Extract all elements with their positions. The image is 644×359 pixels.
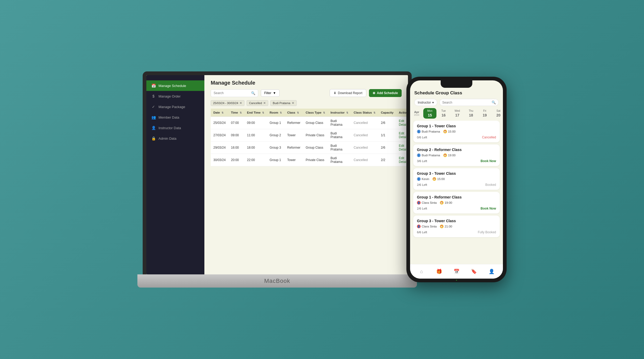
clock-icon: ⏰ xyxy=(440,225,444,228)
edit-button[interactable]: Edit xyxy=(399,132,404,135)
class-time: 21:00 xyxy=(445,225,452,228)
sidebar-item-label: Admin Data xyxy=(158,137,176,140)
nav-profile[interactable]: 👤 xyxy=(486,266,497,277)
date-item-18[interactable]: Thu18 xyxy=(464,108,478,119)
plus-icon: ⊕ xyxy=(373,91,375,95)
col-class: Class ⇅ xyxy=(285,109,303,117)
cell-end-time: 18:00 xyxy=(244,142,267,154)
clock-icon: ⏰ xyxy=(440,201,444,205)
instructor-name: Clara Sinta xyxy=(422,225,437,228)
cell-instructor: Budi Pratama xyxy=(328,142,351,154)
search-box[interactable]: 🔍 xyxy=(211,89,258,97)
download-icon: ⬇ xyxy=(334,91,336,95)
day-num: 16 xyxy=(441,113,446,117)
edit-button[interactable]: Edit xyxy=(399,144,404,148)
cell-end-time: 22:00 xyxy=(244,154,267,166)
sidebar-item-manage-schedule[interactable]: 📅 Manage Schedule xyxy=(146,80,204,91)
sidebar-item-label: Instructor Data xyxy=(158,126,181,130)
download-report-button[interactable]: ⬇ Download Report xyxy=(330,89,366,97)
filter-tag-status-label: Cancelled xyxy=(249,101,262,105)
calendar-icon: 📅 xyxy=(151,83,156,88)
phone-header: Schedule Group Class xyxy=(410,88,503,98)
instructor-name: Clara Sinta xyxy=(422,201,437,204)
date-item-19[interactable]: Fri19 xyxy=(478,108,491,119)
cell-room: Group 1 xyxy=(267,154,285,166)
sidebar-item-member-data[interactable]: 👥 Member Data xyxy=(146,112,204,123)
nav-schedule[interactable]: 📅 xyxy=(451,266,462,277)
cell-date: 29/03/24 xyxy=(211,142,228,154)
sidebar-item-label: Manage Order xyxy=(158,94,181,98)
time-meta: ⏰ 15:00 xyxy=(432,177,445,181)
month-text: Apr xyxy=(414,110,419,114)
sidebar-item-manage-package[interactable]: ✓ Manage Package xyxy=(146,101,204,112)
filter-tag-status-close[interactable]: ✕ xyxy=(263,101,266,105)
add-schedule-button[interactable]: ⊕ Add Schedule xyxy=(369,89,402,97)
day-num: 18 xyxy=(469,113,473,117)
instructor-name: Budi Pratama xyxy=(422,154,440,157)
month-label: Apr 2024 xyxy=(410,108,423,119)
cell-capacity: 2/6 xyxy=(378,142,396,154)
time-meta: ⏰ 21:00 xyxy=(440,225,452,228)
date-item-17[interactable]: Wed17 xyxy=(451,108,464,119)
laptop-base: MacBook xyxy=(137,274,417,288)
sidebar-item-instructor-data[interactable]: 👤 Instructor Data xyxy=(146,123,204,133)
instructor-btn-label: Instructor xyxy=(418,101,431,104)
cell-class-type: Group Class xyxy=(303,142,328,154)
phone-search-box[interactable]: 🔍 xyxy=(439,99,499,106)
card-footer: 2/6 Left Booked xyxy=(417,183,496,187)
class-card: Group 3 - Tower Class 👤 Clara Sinta ⏰ 21… xyxy=(413,216,500,237)
bottom-nav: ⌂ 🎁 📅 🔖 👤 xyxy=(410,264,503,279)
filter-tag-instructor-label: Budi Pratama xyxy=(273,101,290,105)
filter-tag-instructor-close[interactable]: ✕ xyxy=(292,101,294,105)
cell-date: 25/03/24 xyxy=(211,117,228,129)
date-item-16[interactable]: Tue16 xyxy=(437,108,450,119)
instructor-meta: 👤 Kevin xyxy=(417,177,429,181)
nav-home[interactable]: ⌂ xyxy=(416,266,427,277)
clock-icon: ⏰ xyxy=(443,130,447,133)
cell-end-time: 11:00 xyxy=(244,129,267,142)
book-now-button[interactable]: Book Now xyxy=(480,207,496,210)
table-container: Date ⇅ Time ⇅ End Time ⇅ Room ⇅ Class ⇅ … xyxy=(204,109,408,274)
col-class-type: Class Type ⇅ xyxy=(303,109,328,117)
edit-button[interactable]: Edit xyxy=(399,119,404,123)
date-item-20[interactable]: Sat20 xyxy=(492,108,503,119)
filter-label: Filter xyxy=(264,91,271,95)
laptop-screen: 📅 Manage Schedule $ Manage Order ✓ Manag… xyxy=(146,75,408,274)
instructor-meta: 👤 Budi Pratama xyxy=(417,153,440,157)
instructor-avatar: 👤 xyxy=(417,225,421,228)
col-time: Time ⇅ xyxy=(228,109,244,117)
book-now-button[interactable]: Book Now xyxy=(480,159,496,163)
table-row: 27/03/24 09:00 11:00 Group 2 Tower Priva… xyxy=(211,129,408,142)
sidebar-item-admin-data[interactable]: 🔒 Admin Data xyxy=(146,133,204,144)
nav-bookmarks[interactable]: 🔖 xyxy=(469,266,479,277)
table-row: 30/03/24 20:00 22:00 Group 1 Tower Priva… xyxy=(211,154,408,166)
download-label: Download Report xyxy=(338,91,362,95)
day-label: Mon xyxy=(427,109,432,112)
phone: Schedule Group Class Instructor ▾ 🔍 Apr … xyxy=(406,77,507,282)
fully-booked-label: Fully Booked xyxy=(478,230,496,234)
card-meta: 👤 Budi Pratama ⏰ 19:00 xyxy=(417,153,496,157)
filter-tag-date-close[interactable]: ✕ xyxy=(239,101,242,105)
chevron-down-icon: ▾ xyxy=(432,101,434,104)
col-room: Room ⇅ xyxy=(267,109,285,117)
filter-button[interactable]: Filter ▼ xyxy=(261,89,280,97)
filter-tag-status: Cancelled ✕ xyxy=(247,100,268,106)
instructor-dropdown-button[interactable]: Instructor ▾ xyxy=(414,99,437,106)
edit-button[interactable]: Edit xyxy=(399,156,404,160)
cell-room: Group 2 xyxy=(267,129,285,142)
nav-packages[interactable]: 🎁 xyxy=(434,266,444,277)
day-num: 19 xyxy=(483,113,487,117)
date-item-15[interactable]: Mon15 xyxy=(423,108,436,119)
laptop-brand: MacBook xyxy=(264,278,290,284)
sidebar-item-manage-order[interactable]: $ Manage Order xyxy=(146,91,204,101)
search-input[interactable] xyxy=(214,91,249,95)
day-num: 20 xyxy=(496,113,501,117)
col-instructor: Instructor ⇅ xyxy=(328,109,351,117)
day-label: Sat xyxy=(496,109,500,112)
card-footer: 3/6 Left Book Now xyxy=(417,159,496,163)
cell-time: 20:00 xyxy=(228,154,244,166)
add-label: Add Schedule xyxy=(377,91,398,95)
phone-search-input[interactable] xyxy=(442,101,490,104)
filter-tag-date-label: 25/03/24 - 30/03/24 xyxy=(213,101,238,105)
instructor-avatar: 👤 xyxy=(417,201,421,205)
